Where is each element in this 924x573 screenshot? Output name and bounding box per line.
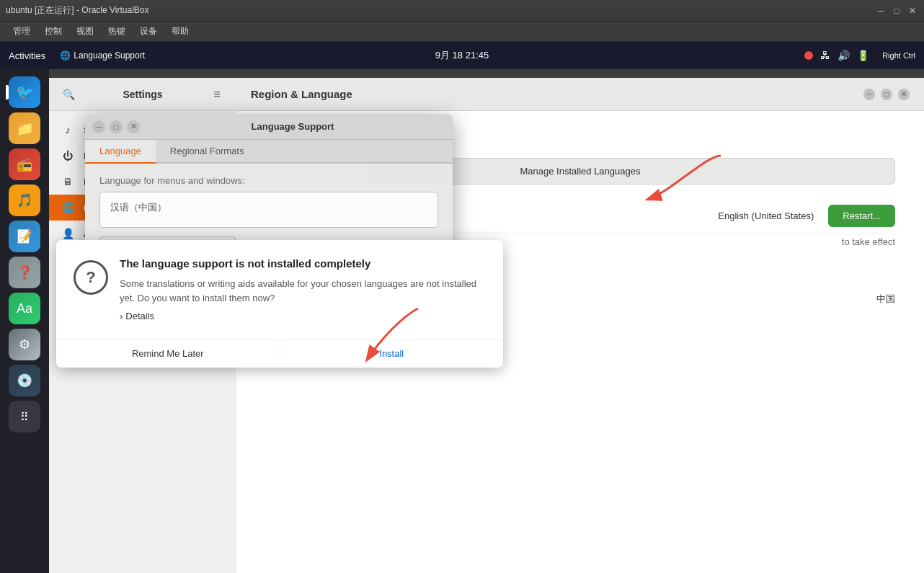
ubuntu-desktop: Activities 🌐 Language Support 9月 18 21:4… — [0, 42, 924, 573]
vbox-title: ubuntu [正在运行] - Oracle VirtualBox — [6, 4, 875, 17]
system-clock: 9月 18 21:45 — [435, 49, 489, 62]
menu-manage[interactable]: 管理 — [6, 22, 37, 40]
popup-body-text: Some translations or writing aids availa… — [120, 277, 486, 305]
dock-writer[interactable]: 📝 — [9, 221, 40, 252]
language-menu-label: Language for menus and windows: — [99, 175, 438, 186]
power-icon: ⏻ — [61, 148, 75, 163]
activities-btn[interactable]: Activities — [9, 50, 45, 61]
dialog-close-btn[interactable]: ✕ — [127, 120, 140, 133]
dialog-titlebar: ─ □ ✕ Language Support — [85, 114, 453, 140]
vbox-close-btn[interactable]: ✕ — [907, 5, 918, 17]
notification-dot — [804, 51, 813, 60]
popup-footer: Remind Me Later Install — [56, 339, 503, 368]
vbox-maximize-btn[interactable]: □ — [891, 5, 902, 17]
disc-icon: 💿 — [17, 373, 32, 388]
gnome-close-btn[interactable]: ✕ — [898, 89, 910, 100]
accounts-icon: 👤 — [61, 226, 75, 241]
sound-icon: ♪ — [61, 123, 75, 137]
vbox-menubar: 管理 控制 视图 热键 设备 帮助 — [0, 22, 924, 42]
dock: 🐦 📁 📻 🎵 📝 ❓ Aa ⚙ 💿 ⠿ — [0, 69, 49, 573]
dock-files[interactable]: 📁 — [9, 112, 40, 144]
dialog-minimize-btn[interactable]: ─ — [92, 120, 105, 133]
lang-indicator-label: Language Support — [74, 50, 145, 61]
dock-settings[interactable]: ⚙ — [9, 329, 40, 360]
right-ctrl-label: Right Ctrl — [882, 51, 915, 60]
dialog-controls: ─ □ ✕ — [92, 120, 140, 133]
network-icon: 🖧 — [820, 50, 830, 61]
install-button[interactable]: Install — [280, 339, 504, 368]
battery-icon: 🔋 — [857, 50, 869, 61]
menu-help[interactable]: 帮助 — [164, 22, 196, 40]
search-icon: 🔍 — [63, 89, 75, 100]
tab-language[interactable]: Language — [85, 140, 156, 164]
restart-button[interactable]: Restart... — [828, 205, 895, 227]
ubuntu-topbar: Activities 🌐 Language Support 9月 18 21:4… — [0, 42, 924, 69]
globe-nav-icon: 🌐 — [61, 200, 75, 215]
remind-later-button[interactable]: Remind Me Later — [56, 339, 280, 368]
dialog-title: Language Support — [140, 121, 445, 132]
vbox-titlebar: ubuntu [正在运行] - Oracle VirtualBox ─ □ ✕ — [0, 0, 924, 22]
dock-email[interactable]: 🐦 — [9, 76, 40, 108]
grid-icon: ⠿ — [20, 410, 29, 424]
popup-title: The language support is not installed co… — [120, 257, 486, 270]
details-label: Details — [125, 311, 154, 321]
help-icon: ❓ — [17, 265, 32, 280]
menu-devices[interactable]: 设备 — [133, 22, 164, 40]
dock-app-grid[interactable]: ⠿ — [9, 401, 40, 432]
dock-disc[interactable]: 💿 — [9, 365, 40, 396]
volume-icon: 🔊 — [838, 50, 850, 61]
vbox-minimize-btn[interactable]: ─ — [875, 5, 887, 17]
settings-gear-icon: ⚙ — [19, 337, 30, 352]
settings-menu-button[interactable]: ≡ — [206, 84, 228, 105]
display-icon: 🖥 — [61, 174, 75, 189]
menu-control[interactable]: 控制 — [37, 22, 69, 40]
language-list-item: 汉语（中国） — [106, 198, 432, 217]
chevron-right-icon: › — [120, 311, 123, 321]
gnome-minimize-btn[interactable]: ─ — [863, 89, 875, 100]
gnome-win-controls: ─ □ ✕ — [863, 89, 910, 100]
dock-podcast[interactable]: 📻 — [9, 148, 40, 180]
dock-translate[interactable]: Aa — [9, 293, 40, 324]
podcast-icon: 📻 — [17, 156, 32, 172]
gnome-maximize-btn[interactable]: □ — [881, 89, 892, 100]
settings-header: 🔍 Settings ≡ — [49, 78, 236, 111]
dock-help[interactable]: ❓ — [9, 257, 40, 288]
main-header: Region & Language ─ □ ✕ — [236, 78, 924, 111]
search-button[interactable]: 🔍 — [58, 84, 79, 105]
vbox-window-controls: ─ □ ✕ — [875, 5, 918, 17]
topbar-right-icons: 🖧 🔊 🔋 Right Ctrl — [804, 50, 915, 61]
writer-icon: 📝 — [17, 228, 32, 244]
language-value: English (United States) — [718, 210, 814, 221]
popup-body: ? The language support is not installed … — [56, 240, 503, 339]
bird-icon: 🐦 — [16, 84, 34, 101]
language-list: 汉语（中国） — [99, 192, 438, 228]
menu-view[interactable]: 视图 — [69, 22, 101, 40]
tab-regional-formats[interactable]: Regional Formats — [156, 140, 259, 162]
globe-icon: 🌐 — [60, 50, 71, 61]
details-link[interactable]: › Details — [120, 311, 486, 321]
settings-title: Settings — [85, 89, 200, 100]
popup-text: The language support is not installed co… — [120, 257, 486, 321]
lang-support-indicator[interactable]: 🌐 Language Support — [60, 50, 145, 61]
files-icon: 📁 — [16, 120, 34, 137]
menu-hotkeys[interactable]: 热键 — [101, 22, 133, 40]
main-title: Region & Language — [251, 88, 352, 100]
translate-icon: Aa — [17, 301, 32, 316]
headphones-icon: 🎵 — [17, 192, 32, 208]
dock-music[interactable]: 🎵 — [9, 185, 40, 216]
language-incomplete-popup: ? The language support is not installed … — [56, 240, 503, 368]
dialog-tabs: Language Regional Formats — [85, 140, 453, 164]
dialog-maximize-btn[interactable]: □ — [110, 120, 123, 133]
question-icon: ? — [74, 260, 108, 295]
